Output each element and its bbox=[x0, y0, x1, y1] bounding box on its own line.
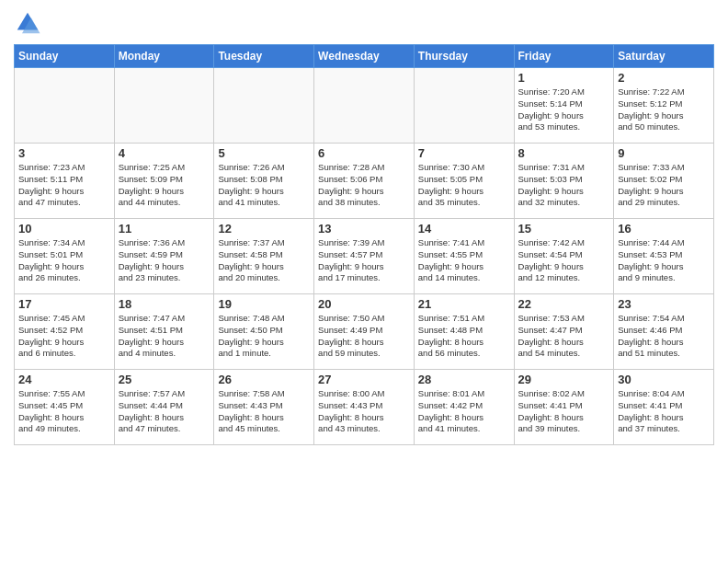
day-number: 1 bbox=[518, 71, 610, 85]
day-info: Sunrise: 7:26 AM Sunset: 5:08 PM Dayligh… bbox=[218, 162, 310, 209]
day-info: Sunrise: 7:20 AM Sunset: 5:14 PM Dayligh… bbox=[518, 86, 610, 133]
calendar-cell: 12Sunrise: 7:37 AM Sunset: 4:58 PM Dayli… bbox=[214, 219, 314, 294]
day-info: Sunrise: 7:36 AM Sunset: 4:59 PM Dayligh… bbox=[119, 237, 210, 284]
day-number: 6 bbox=[318, 146, 410, 160]
day-info: Sunrise: 8:02 AM Sunset: 4:41 PM Dayligh… bbox=[518, 388, 610, 435]
day-number: 18 bbox=[119, 297, 210, 311]
weekday-header-tuesday: Tuesday bbox=[214, 45, 314, 68]
day-number: 14 bbox=[418, 222, 510, 236]
week-row-5: 24Sunrise: 7:55 AM Sunset: 4:45 PM Dayli… bbox=[15, 370, 714, 445]
day-number: 30 bbox=[618, 373, 710, 386]
day-info: Sunrise: 7:45 AM Sunset: 4:52 PM Dayligh… bbox=[18, 313, 110, 360]
calendar-cell: 13Sunrise: 7:39 AM Sunset: 4:57 PM Dayli… bbox=[314, 219, 415, 294]
calendar-cell: 25Sunrise: 7:57 AM Sunset: 4:44 PM Dayli… bbox=[114, 370, 214, 445]
weekday-header-friday: Friday bbox=[514, 45, 614, 68]
day-info: Sunrise: 7:44 AM Sunset: 4:53 PM Dayligh… bbox=[618, 237, 710, 284]
calendar-cell: 1Sunrise: 7:20 AM Sunset: 5:14 PM Daylig… bbox=[514, 68, 614, 144]
day-number: 15 bbox=[518, 222, 610, 236]
day-info: Sunrise: 8:04 AM Sunset: 4:41 PM Dayligh… bbox=[618, 388, 710, 435]
day-info: Sunrise: 7:41 AM Sunset: 4:55 PM Dayligh… bbox=[418, 237, 510, 284]
day-info: Sunrise: 7:31 AM Sunset: 5:03 PM Dayligh… bbox=[518, 162, 610, 209]
day-number: 27 bbox=[318, 373, 410, 386]
calendar-cell: 7Sunrise: 7:30 AM Sunset: 5:05 PM Daylig… bbox=[414, 144, 514, 219]
calendar-table: SundayMondayTuesdayWednesdayThursdayFrid… bbox=[14, 44, 714, 445]
day-number: 9 bbox=[618, 146, 710, 160]
calendar-cell: 17Sunrise: 7:45 AM Sunset: 4:52 PM Dayli… bbox=[15, 294, 115, 370]
day-number: 26 bbox=[218, 373, 310, 386]
day-info: Sunrise: 7:28 AM Sunset: 5:06 PM Dayligh… bbox=[318, 162, 410, 209]
calendar-cell: 30Sunrise: 8:04 AM Sunset: 4:41 PM Dayli… bbox=[614, 370, 714, 445]
day-number: 20 bbox=[318, 297, 410, 311]
page: SundayMondayTuesdayWednesdayThursdayFrid… bbox=[0, 0, 728, 563]
weekday-header-sunday: Sunday bbox=[15, 45, 115, 68]
day-number: 13 bbox=[318, 222, 410, 236]
calendar-cell: 26Sunrise: 7:58 AM Sunset: 4:43 PM Dayli… bbox=[214, 370, 314, 445]
calendar-cell: 3Sunrise: 7:23 AM Sunset: 5:11 PM Daylig… bbox=[15, 144, 115, 219]
day-info: Sunrise: 7:48 AM Sunset: 4:50 PM Dayligh… bbox=[218, 313, 310, 360]
day-info: Sunrise: 7:33 AM Sunset: 5:02 PM Dayligh… bbox=[618, 162, 710, 209]
calendar-cell: 27Sunrise: 8:00 AM Sunset: 4:43 PM Dayli… bbox=[314, 370, 415, 445]
day-number: 17 bbox=[18, 297, 110, 311]
weekday-header-wednesday: Wednesday bbox=[314, 45, 415, 68]
day-number: 22 bbox=[518, 297, 610, 311]
day-info: Sunrise: 7:34 AM Sunset: 5:01 PM Dayligh… bbox=[18, 237, 110, 284]
day-info: Sunrise: 7:42 AM Sunset: 4:54 PM Dayligh… bbox=[518, 237, 610, 284]
header-row: SundayMondayTuesdayWednesdayThursdayFrid… bbox=[15, 45, 714, 68]
day-info: Sunrise: 7:39 AM Sunset: 4:57 PM Dayligh… bbox=[318, 237, 410, 284]
day-number: 24 bbox=[18, 373, 110, 386]
day-info: Sunrise: 8:00 AM Sunset: 4:43 PM Dayligh… bbox=[318, 388, 410, 435]
weekday-header-thursday: Thursday bbox=[414, 45, 514, 68]
day-number: 23 bbox=[618, 297, 710, 311]
calendar-cell bbox=[414, 68, 514, 144]
day-number: 25 bbox=[119, 373, 210, 386]
calendar-cell: 20Sunrise: 7:50 AM Sunset: 4:49 PM Dayli… bbox=[314, 294, 415, 370]
day-number: 29 bbox=[518, 373, 610, 386]
header bbox=[14, 9, 714, 37]
calendar-cell: 11Sunrise: 7:36 AM Sunset: 4:59 PM Dayli… bbox=[114, 219, 214, 294]
day-number: 16 bbox=[618, 222, 710, 236]
day-info: Sunrise: 8:01 AM Sunset: 4:42 PM Dayligh… bbox=[418, 388, 510, 435]
calendar-cell: 2Sunrise: 7:22 AM Sunset: 5:12 PM Daylig… bbox=[614, 68, 714, 144]
calendar-cell: 4Sunrise: 7:25 AM Sunset: 5:09 PM Daylig… bbox=[114, 144, 214, 219]
calendar-cell bbox=[15, 68, 115, 144]
day-number: 10 bbox=[18, 222, 110, 236]
day-info: Sunrise: 7:23 AM Sunset: 5:11 PM Dayligh… bbox=[18, 162, 110, 209]
calendar-cell: 5Sunrise: 7:26 AM Sunset: 5:08 PM Daylig… bbox=[214, 144, 314, 219]
calendar-cell: 23Sunrise: 7:54 AM Sunset: 4:46 PM Dayli… bbox=[614, 294, 714, 370]
day-info: Sunrise: 7:50 AM Sunset: 4:49 PM Dayligh… bbox=[318, 313, 410, 360]
week-row-3: 10Sunrise: 7:34 AM Sunset: 5:01 PM Dayli… bbox=[15, 219, 714, 294]
calendar-cell: 28Sunrise: 8:01 AM Sunset: 4:42 PM Dayli… bbox=[414, 370, 514, 445]
week-row-2: 3Sunrise: 7:23 AM Sunset: 5:11 PM Daylig… bbox=[15, 144, 714, 219]
day-number: 2 bbox=[618, 71, 710, 85]
day-number: 7 bbox=[418, 146, 510, 160]
weekday-header-saturday: Saturday bbox=[614, 45, 714, 68]
day-info: Sunrise: 7:58 AM Sunset: 4:43 PM Dayligh… bbox=[218, 388, 310, 435]
day-number: 4 bbox=[119, 146, 210, 160]
day-info: Sunrise: 7:57 AM Sunset: 4:44 PM Dayligh… bbox=[119, 388, 210, 435]
calendar-cell: 21Sunrise: 7:51 AM Sunset: 4:48 PM Dayli… bbox=[414, 294, 514, 370]
calendar-cell: 8Sunrise: 7:31 AM Sunset: 5:03 PM Daylig… bbox=[514, 144, 614, 219]
week-row-1: 1Sunrise: 7:20 AM Sunset: 5:14 PM Daylig… bbox=[15, 68, 714, 144]
calendar-cell: 15Sunrise: 7:42 AM Sunset: 4:54 PM Dayli… bbox=[514, 219, 614, 294]
calendar-cell: 16Sunrise: 7:44 AM Sunset: 4:53 PM Dayli… bbox=[614, 219, 714, 294]
day-info: Sunrise: 7:55 AM Sunset: 4:45 PM Dayligh… bbox=[18, 388, 110, 435]
day-info: Sunrise: 7:47 AM Sunset: 4:51 PM Dayligh… bbox=[119, 313, 210, 360]
logo bbox=[14, 9, 45, 37]
day-info: Sunrise: 7:25 AM Sunset: 5:09 PM Dayligh… bbox=[119, 162, 210, 209]
calendar-cell bbox=[214, 68, 314, 144]
calendar-cell: 14Sunrise: 7:41 AM Sunset: 4:55 PM Dayli… bbox=[414, 219, 514, 294]
day-info: Sunrise: 7:54 AM Sunset: 4:46 PM Dayligh… bbox=[618, 313, 710, 360]
day-number: 5 bbox=[218, 146, 310, 160]
day-number: 21 bbox=[418, 297, 510, 311]
calendar-cell bbox=[314, 68, 415, 144]
calendar-cell: 19Sunrise: 7:48 AM Sunset: 4:50 PM Dayli… bbox=[214, 294, 314, 370]
day-info: Sunrise: 7:22 AM Sunset: 5:12 PM Dayligh… bbox=[618, 86, 710, 133]
calendar-cell: 29Sunrise: 8:02 AM Sunset: 4:41 PM Dayli… bbox=[514, 370, 614, 445]
day-number: 19 bbox=[218, 297, 310, 311]
calendar-cell: 6Sunrise: 7:28 AM Sunset: 5:06 PM Daylig… bbox=[314, 144, 415, 219]
day-info: Sunrise: 7:30 AM Sunset: 5:05 PM Dayligh… bbox=[418, 162, 510, 209]
calendar-cell: 9Sunrise: 7:33 AM Sunset: 5:02 PM Daylig… bbox=[614, 144, 714, 219]
calendar-cell bbox=[114, 68, 214, 144]
day-number: 12 bbox=[218, 222, 310, 236]
day-info: Sunrise: 7:37 AM Sunset: 4:58 PM Dayligh… bbox=[218, 237, 310, 284]
